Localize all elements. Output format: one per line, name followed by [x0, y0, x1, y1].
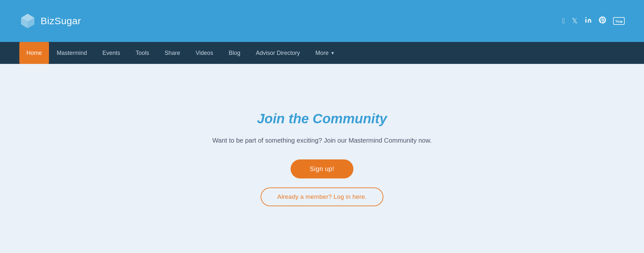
pinterest-icon[interactable]: [599, 16, 606, 25]
nav-item-events[interactable]: Events: [95, 42, 128, 64]
login-button[interactable]: Already a member? Log in here.: [261, 187, 383, 206]
nav-item-advisor-directory[interactable]: Advisor Directory: [248, 42, 308, 64]
nav-link-blog: Blog: [229, 50, 240, 56]
nav-items-list: Home Mastermind Events Tools Share Video…: [19, 42, 342, 64]
brand-name: BizSugar: [41, 15, 81, 26]
join-community-title: Join the Community: [257, 111, 387, 126]
nav-item-more[interactable]: More ▼: [308, 42, 342, 64]
site-header: BizSugar  𝕏 You▶: [0, 0, 644, 42]
nav-item-home[interactable]: Home: [19, 42, 49, 64]
nav-item-blog[interactable]: Blog: [221, 42, 248, 64]
main-navigation: Home Mastermind Events Tools Share Video…: [0, 42, 644, 64]
nav-link-share: Share: [165, 50, 180, 56]
youtube-icon[interactable]: You▶: [613, 17, 625, 25]
nav-link-home: Home: [26, 50, 42, 56]
svg-point-5: [585, 17, 587, 18]
nav-link-more: More: [315, 50, 329, 56]
nav-item-mastermind[interactable]: Mastermind: [49, 42, 95, 64]
nav-item-share[interactable]: Share: [157, 42, 188, 64]
linkedin-icon[interactable]: [585, 16, 592, 25]
social-icons-area:  𝕏 You▶: [562, 16, 625, 25]
nav-item-videos[interactable]: Videos: [188, 42, 221, 64]
nav-link-events: Events: [102, 50, 120, 56]
join-community-subtitle: Want to be part of something exciting? J…: [212, 136, 432, 145]
nav-link-videos: Videos: [196, 50, 213, 56]
nav-link-tools: Tools: [136, 50, 149, 56]
facebook-icon[interactable]: : [562, 17, 565, 25]
nav-link-mastermind: Mastermind: [57, 50, 87, 56]
nav-item-tools[interactable]: Tools: [128, 42, 157, 64]
twitter-icon[interactable]: 𝕏: [572, 17, 578, 25]
more-dropdown-trigger[interactable]: More ▼: [315, 50, 335, 56]
logo-cube-icon: [19, 13, 36, 29]
nav-link-advisor-directory: Advisor Directory: [256, 50, 300, 56]
chevron-down-icon: ▼: [331, 51, 335, 56]
signup-button[interactable]: Sign up!: [291, 159, 354, 178]
main-content-area: Join the Community Want to be part of so…: [0, 64, 644, 253]
svg-rect-4: [585, 19, 587, 23]
logo-area: BizSugar: [19, 13, 81, 29]
